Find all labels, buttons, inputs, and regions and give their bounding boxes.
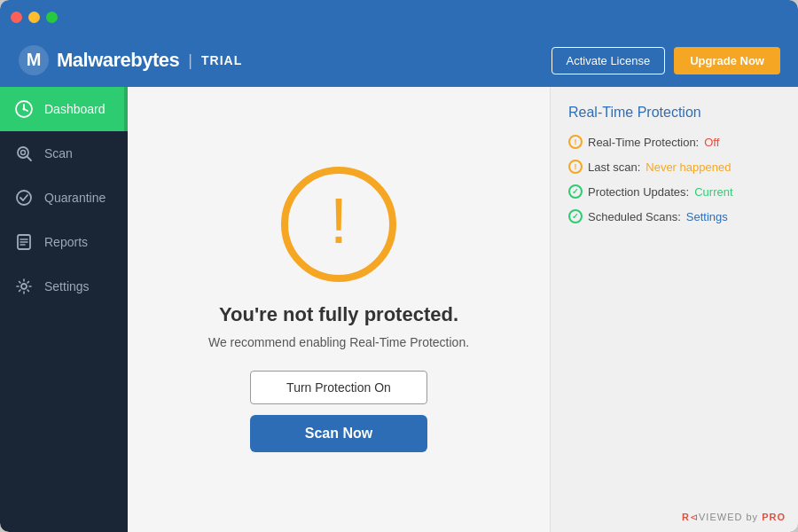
- sidebar-item-reports[interactable]: Reports: [0, 220, 128, 264]
- sidebar-label-quarantine: Quarantine: [44, 191, 106, 205]
- settings-icon: [14, 277, 34, 296]
- sidebar-item-scan[interactable]: Scan: [0, 131, 128, 176]
- minimize-button[interactable]: [28, 12, 40, 23]
- malwarebytes-logo-icon: M: [18, 44, 50, 76]
- rtp-value-lastscan: Never happened: [645, 160, 731, 174]
- rtp-value-updates: Current: [694, 185, 732, 199]
- sidebar-label-scan: Scan: [44, 146, 73, 160]
- sidebar: Dashboard Scan Quarantine: [0, 87, 128, 532]
- rtp-row-protection: ! Real-Time Protection: Off: [568, 135, 780, 149]
- activate-license-button[interactable]: Activate License: [552, 47, 666, 74]
- rtp-label-lastscan: Last scan:: [588, 160, 640, 174]
- ok-icon-updates: ✓: [568, 184, 583, 199]
- sidebar-item-dashboard[interactable]: Dashboard: [0, 87, 128, 131]
- upgrade-now-button[interactable]: Upgrade Now: [674, 47, 780, 74]
- rtp-value-protection: Off: [704, 136, 719, 149]
- app-header: M Malwarebytes | TRIAL Activate License …: [0, 34, 798, 87]
- logo-area: M Malwarebytes | TRIAL: [18, 44, 543, 76]
- exclamation-icon: !: [330, 189, 348, 253]
- svg-point-12: [21, 284, 27, 289]
- svg-text:M: M: [27, 50, 42, 69]
- svg-point-3: [23, 108, 26, 111]
- app-window: M Malwarebytes | TRIAL Activate License …: [0, 0, 798, 532]
- warning-circle: !: [281, 167, 396, 282]
- watermark-by: by: [742, 512, 762, 522]
- svg-line-6: [27, 157, 32, 161]
- rtp-label-scheduled: Scheduled Scans:: [588, 210, 681, 223]
- rtp-title: Real-Time Protection: [568, 105, 780, 121]
- close-button[interactable]: [11, 12, 22, 23]
- logo-text: Malwarebytes: [57, 49, 179, 72]
- scan-now-button[interactable]: Scan Now: [250, 415, 427, 452]
- quarantine-icon: [14, 188, 34, 207]
- main-content: ! You're not fully protected. We recomme…: [128, 87, 798, 532]
- rtp-label-updates: Protection Updates:: [588, 185, 689, 199]
- recommend-subtext: We recommend enabling Real-Time Protecti…: [208, 335, 469, 349]
- rtp-value-scheduled[interactable]: Settings: [686, 210, 728, 223]
- main-layout: Dashboard Scan Quarantine: [0, 87, 798, 532]
- content-area: ! You're not fully protected. We recomme…: [128, 87, 798, 532]
- svg-point-5: [21, 151, 26, 155]
- sidebar-item-settings[interactable]: Settings: [0, 264, 128, 309]
- sidebar-label-dashboard: Dashboard: [44, 102, 106, 116]
- ok-icon-scheduled: ✓: [568, 209, 583, 223]
- not-protected-heading: You're not fully protected.: [219, 303, 458, 326]
- rtp-row-updates: ✓ Protection Updates: Current: [568, 184, 780, 199]
- rtp-row-lastscan: ! Last scan: Never happened: [568, 160, 780, 174]
- reports-icon: [14, 232, 34, 252]
- turn-protection-on-button[interactable]: Turn Protection On: [250, 371, 427, 404]
- warn-icon-lastscan: !: [568, 160, 583, 174]
- title-bar: [0, 0, 798, 34]
- svg-point-7: [17, 191, 31, 205]
- header-buttons: Activate License Upgrade Now: [552, 47, 780, 74]
- rtp-row-scheduled: ✓ Scheduled Scans: Settings: [568, 209, 780, 223]
- sidebar-item-quarantine[interactable]: Quarantine: [0, 176, 128, 220]
- dashboard-icon: [14, 99, 34, 119]
- center-panel: ! You're not fully protected. We recomme…: [128, 87, 550, 532]
- watermark-pro: PRO: [762, 512, 786, 522]
- watermark-viewed: VIEWED: [699, 512, 742, 522]
- sidebar-label-reports: Reports: [44, 235, 88, 249]
- watermark-r: R: [682, 512, 690, 522]
- scan-icon: [14, 144, 34, 163]
- warn-icon-protection: !: [568, 135, 583, 149]
- watermark-icon: ⊲: [690, 512, 699, 522]
- sidebar-label-settings: Settings: [44, 279, 90, 293]
- reviewed-by-pro-watermark: R⊲VIEWED by PRO: [682, 512, 786, 523]
- rtp-label-protection: Real-Time Protection:: [588, 136, 699, 149]
- traffic-lights: [11, 12, 58, 23]
- maximize-button[interactable]: [46, 12, 58, 23]
- logo-divider: |: [188, 51, 192, 70]
- rtp-panel: Real-Time Protection ! Real-Time Protect…: [550, 87, 798, 532]
- trial-label: TRIAL: [201, 53, 242, 67]
